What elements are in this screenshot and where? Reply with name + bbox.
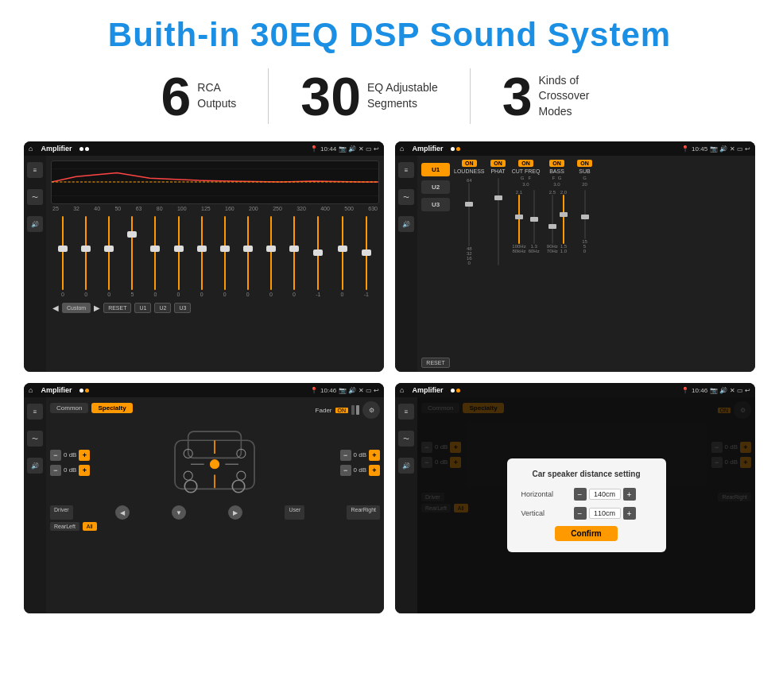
eq-u3-btn[interactable]: U3 — [174, 303, 191, 313]
eq-slider-5[interactable]: 0 — [177, 216, 180, 297]
eq-body: ≡ 〜 🔊 — [24, 156, 384, 372]
eq-time: 10:44 — [320, 145, 336, 153]
eq-slider-11[interactable]: -1 — [316, 216, 320, 297]
fader-tab-common[interactable]: Common — [50, 403, 88, 413]
db-minus-3[interactable]: − — [340, 450, 351, 461]
cross-body: ≡ 〜 🔊 U1 U2 U3 RESET — [395, 156, 755, 372]
db-plus-3[interactable]: + — [369, 450, 380, 461]
cross-icon-filter[interactable]: ≡ — [398, 162, 414, 178]
eq-slider-7[interactable]: 0 — [223, 216, 227, 297]
fader-arrow-left[interactable]: ◀ — [115, 505, 130, 520]
distance-screen: ⌂ Amplifier 📍 10:46 📷 🔊 ✕ ▭ ↩ ≡ 〜 🔊 — [395, 383, 755, 613]
eq-slider-1[interactable]: 0 — [84, 216, 87, 297]
eq-slider-4[interactable]: 0 — [153, 216, 157, 297]
eq-main: 253240506380 100125160200250320 40050063… — [46, 156, 384, 372]
dot2 — [85, 147, 89, 151]
svg-point-10 — [237, 471, 246, 480]
dist-icon-wave[interactable]: 〜 — [398, 431, 414, 447]
eq-left-icons: ≡ 〜 🔊 — [24, 156, 46, 372]
dist-status-icons: 📍 10:46 📷 🔊 ✕ ▭ ↩ — [681, 387, 750, 394]
dist-icon-speaker[interactable]: 🔊 — [398, 458, 414, 474]
fader-main: Common Specialty Fader ON ⚙ — [46, 397, 384, 613]
fader-dots — [79, 389, 89, 393]
fader-settings-icon[interactable]: ⚙ — [362, 401, 380, 419]
cross-icon-wave[interactable]: 〜 — [398, 189, 414, 205]
main-title: Buith-in 30EQ DSP Sound System — [24, 16, 755, 54]
fader-app-name: Amplifier — [41, 386, 72, 394]
eq-play-btn[interactable]: ▶ — [94, 304, 100, 312]
cross-status-bar: ⌂ Amplifier 📍 10:45 📷 🔊 ✕ ▭ ↩ — [395, 141, 755, 156]
cross-dots — [451, 147, 460, 151]
crossover-screen: ⌂ Amplifier 📍 10:45 📷 🔊 ✕ ▭ ↩ ≡ 〜 🔊 — [395, 141, 755, 372]
fader-icon-filter[interactable]: ≡ — [27, 404, 43, 420]
eq-u1-btn[interactable]: U1 — [134, 303, 151, 313]
fader-all-btn[interactable]: All — [83, 522, 97, 531]
horizontal-minus-btn[interactable]: − — [574, 488, 587, 501]
db-val-1: 0 dB — [64, 451, 76, 458]
fader-arrow-down[interactable]: ▼ — [172, 505, 186, 520]
eq-u2-btn[interactable]: U2 — [154, 303, 171, 313]
fader-body: ≡ 〜 🔊 Common Specialty Fader ON — [24, 397, 384, 613]
cross-status-icons: 📍 10:45 📷 🔊 ✕ ▭ ↩ — [681, 145, 750, 153]
eq-slider-6[interactable]: 0 — [200, 216, 203, 297]
fader-rearright-btn[interactable]: RearRight — [347, 505, 380, 520]
db-minus-1[interactable]: − — [50, 450, 61, 461]
eq-slider-3[interactable]: 5 — [130, 216, 134, 297]
fader-arrow-right[interactable]: ▶ — [228, 505, 242, 520]
eq-slider-9[interactable]: 0 — [269, 216, 273, 297]
vertical-plus-btn[interactable]: + — [623, 507, 636, 520]
eq-reset-btn[interactable]: RESET — [103, 303, 131, 313]
cross-home-icon: ⌂ — [400, 145, 404, 153]
db-plus-1[interactable]: + — [79, 450, 90, 461]
vertical-label: Vertical — [521, 509, 569, 517]
eq-prev-btn[interactable]: ◀ — [52, 304, 59, 312]
fader-icon-speaker[interactable]: 🔊 — [27, 458, 43, 474]
bass-on: ON — [549, 160, 564, 167]
stat-number-eq: 30 — [300, 69, 361, 123]
fader-rearleft-btn[interactable]: RearLeft — [50, 522, 79, 531]
eq-icon-wave[interactable]: 〜 — [27, 189, 43, 205]
dist-main: Common Specialty ON ⚙ −0 dB+ −0 dB — [417, 397, 755, 613]
cross-u1-btn[interactable]: U1 — [421, 163, 450, 176]
db-plus-2[interactable]: + — [79, 465, 90, 476]
stat-cross: 3 Kinds ofCrossover Modes — [471, 69, 650, 123]
db-minus-2[interactable]: − — [50, 465, 61, 476]
cutfreq-on: ON — [518, 160, 533, 167]
eq-slider-2[interactable]: 0 — [107, 216, 110, 297]
dot1 — [79, 147, 83, 151]
eq-custom-btn[interactable]: Custom — [62, 303, 91, 313]
eq-slider-10[interactable]: 0 — [293, 216, 296, 297]
fader-driver-btn[interactable]: Driver — [50, 505, 73, 520]
eq-screen: ⌂ Amplifier 📍 10:44 📷 🔊 ✕ ▭ ↩ ≡ 〜 🔊 — [24, 141, 384, 372]
eq-icon-filter[interactable]: ≡ — [27, 162, 43, 178]
eq-slider-12[interactable]: 0 — [341, 216, 344, 297]
cross-icon-speaker[interactable]: 🔊 — [398, 216, 414, 232]
eq-slider-13[interactable]: -1 — [364, 216, 369, 297]
dist-icon-filter[interactable]: ≡ — [398, 404, 414, 420]
horizontal-plus-btn[interactable]: + — [623, 488, 636, 501]
stat-label-cross: Kinds ofCrossover Modes — [539, 73, 618, 120]
db-minus-4[interactable]: − — [340, 465, 351, 476]
vertical-minus-btn[interactable]: − — [574, 507, 587, 520]
eq-slider-0[interactable]: 0 — [61, 216, 64, 297]
dist-time: 10:46 — [692, 387, 707, 394]
phat-on: ON — [490, 160, 506, 167]
cross-u3-btn[interactable]: U3 — [421, 198, 450, 211]
db-plus-4[interactable]: + — [369, 465, 380, 476]
dist-dot2 — [456, 389, 460, 393]
fader-on-badge: ON — [335, 408, 349, 413]
fader-user-btn[interactable]: User — [285, 505, 304, 520]
fader-left-icons: ≡ 〜 🔊 — [24, 397, 46, 613]
confirm-button[interactable]: Confirm — [555, 526, 617, 541]
cross-reset-btn[interactable]: RESET — [421, 358, 450, 368]
eq-slider-8[interactable]: 0 — [246, 216, 250, 297]
horizontal-label: Horizontal — [521, 490, 569, 498]
fader-tab-specialty[interactable]: Specialty — [91, 403, 132, 413]
svg-point-9 — [184, 471, 193, 480]
stats-row: 6 RCAOutputs 30 EQ AdjustableSegments 3 … — [24, 68, 755, 124]
db-control-4: − 0 dB + — [340, 465, 380, 476]
eq-icon-speaker[interactable]: 🔊 — [27, 216, 43, 232]
db-val-4: 0 dB — [354, 466, 366, 474]
fader-icon-wave[interactable]: 〜 — [27, 431, 43, 447]
cross-u2-btn[interactable]: U2 — [421, 180, 450, 194]
